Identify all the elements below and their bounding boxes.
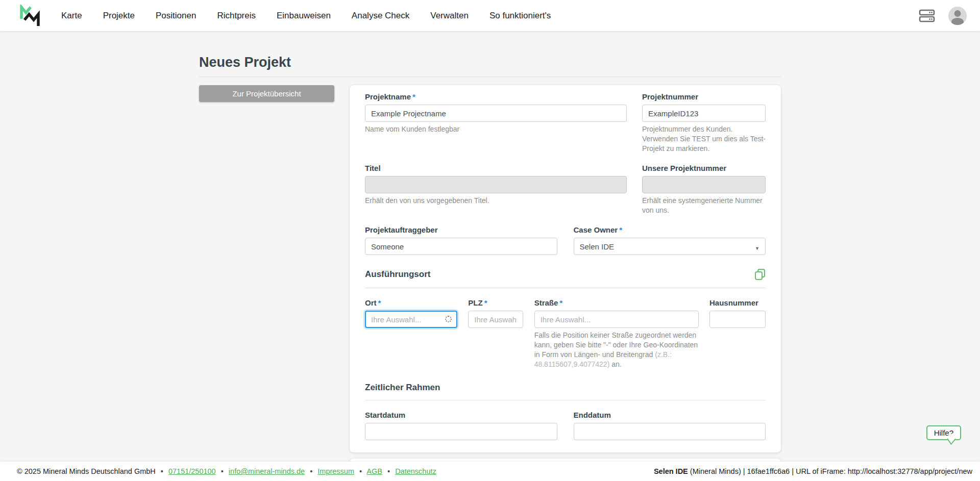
ausfuehrungsort-title: Ausführungsort bbox=[365, 269, 430, 280]
copyright-text: © 2025 Mineral Minds Deutschland GmbH bbox=[17, 467, 156, 475]
strasse-label: Straße* bbox=[534, 298, 699, 308]
page-container: Neues Projekt Zur Projektübersicht Proje… bbox=[199, 31, 781, 462]
field-case-owner: Case Owner* Selen IDE ▼ bbox=[574, 225, 766, 255]
nav-item-einbauweisen[interactable]: Einbauweisen bbox=[277, 11, 331, 21]
nav-item-so-funktionierts[interactable]: So funktioniert's bbox=[489, 11, 551, 21]
unsere-projektnummer-hint: Erhält eine systemgenerierte Nummer von … bbox=[642, 196, 766, 215]
unsere-projektnummer-input bbox=[642, 176, 766, 193]
back-to-project-overview-button[interactable]: Zur Projektübersicht bbox=[199, 85, 334, 102]
footer-separator: • bbox=[221, 467, 224, 475]
ort-input[interactable] bbox=[365, 311, 457, 328]
ort-label: Ort* bbox=[365, 298, 457, 308]
main-navigation: Karte Projekte Positionen Richtpreis Ein… bbox=[61, 11, 551, 21]
mineral-minds-logo[interactable] bbox=[18, 4, 42, 28]
nav-item-projekte[interactable]: Projekte bbox=[103, 11, 135, 21]
zeitlicher-rahmen-divider bbox=[365, 400, 766, 400]
section-ausfuehrungsort: Ausführungsort bbox=[365, 268, 766, 281]
field-startdatum: Startdatum bbox=[365, 411, 557, 440]
ausfuehrungsort-divider bbox=[365, 288, 766, 288]
plz-input[interactable] bbox=[468, 311, 523, 328]
projektauftraggeber-input[interactable] bbox=[365, 238, 557, 255]
copy-icon[interactable] bbox=[754, 268, 766, 281]
projektnummer-input[interactable] bbox=[642, 105, 766, 122]
section-zeitlicher-rahmen: Zeitlicher Rahmen bbox=[365, 383, 766, 393]
projektnummer-label: Projektnummer bbox=[642, 92, 766, 102]
footer-link-phone[interactable]: 07151/250100 bbox=[168, 467, 216, 475]
titel-label: Titel bbox=[365, 164, 627, 173]
field-titel: Titel Erhält den von uns vorgegebenen Ti… bbox=[365, 164, 627, 215]
titel-hint: Erhält den von uns vorgegebenen Titel. bbox=[365, 196, 627, 206]
required-asterisk: * bbox=[559, 298, 562, 307]
main-area: Neues Projekt Zur Projektübersicht Proje… bbox=[0, 31, 980, 462]
field-strasse: Straße* Falls die Position keiner Straße… bbox=[534, 298, 699, 369]
top-navbar: Karte Projekte Positionen Richtpreis Ein… bbox=[0, 0, 980, 31]
app-root: Karte Projekte Positionen Richtpreis Ein… bbox=[0, 0, 980, 481]
case-owner-label: Case Owner* bbox=[574, 225, 766, 235]
hausnummer-input[interactable] bbox=[709, 311, 766, 328]
case-owner-select[interactable]: Selen IDE ▼ bbox=[574, 238, 766, 255]
nav-item-richtpreis[interactable]: Richtpreis bbox=[217, 11, 256, 21]
field-plz: PLZ* bbox=[468, 298, 523, 369]
row-name-number: Projektname* Name vom Kunden festlegbar … bbox=[365, 92, 766, 154]
field-enddatum: Enddatum bbox=[574, 411, 766, 440]
enddatum-input[interactable] bbox=[574, 423, 766, 440]
case-owner-selected-value[interactable]: Selen IDE bbox=[574, 238, 766, 255]
row-address: Ort* PLZ* bbox=[365, 298, 766, 369]
field-projektname: Projektname* Name vom Kunden festlegbar bbox=[365, 92, 627, 154]
field-unsere-projektnummer: Unsere Projektnummer Erhält eine systemg… bbox=[642, 164, 766, 215]
footer-left: © 2025 Mineral Minds Deutschland GmbH • … bbox=[17, 467, 436, 475]
projektauftraggeber-label: Projektauftraggeber bbox=[365, 225, 557, 235]
footer-link-agb[interactable]: AGB bbox=[366, 467, 382, 475]
row-dates: Startdatum Enddatum bbox=[365, 411, 766, 440]
footer-link-email[interactable]: info@mineral-minds.de bbox=[229, 467, 305, 475]
field-hausnummer: Hausnummer bbox=[709, 298, 766, 369]
projektname-hint: Name vom Kunden festlegbar bbox=[365, 124, 627, 134]
titel-input bbox=[365, 176, 627, 193]
loading-spinner-icon bbox=[445, 316, 452, 322]
projektnummer-hint: Projektnummer des Kunden. Verwenden Sie … bbox=[642, 124, 766, 154]
footer-separator: • bbox=[387, 467, 390, 475]
required-asterisk: * bbox=[412, 92, 415, 101]
ort-label-text: Ort bbox=[365, 298, 377, 307]
logo-icon bbox=[18, 5, 41, 27]
footer-session-info: Selen IDE (Mineral Minds) | 16fae1ffc6a6… bbox=[654, 467, 972, 475]
startdatum-input[interactable] bbox=[365, 423, 557, 440]
field-projektauftraggeber: Projektauftraggeber bbox=[365, 225, 557, 255]
enddatum-label: Enddatum bbox=[574, 411, 766, 420]
projektname-input[interactable] bbox=[365, 105, 627, 122]
footer-link-impressum[interactable]: Impressum bbox=[317, 467, 354, 475]
user-avatar-icon[interactable] bbox=[948, 7, 967, 25]
footer-link-datenschutz[interactable]: Datenschutz bbox=[395, 467, 436, 475]
projektname-label-text: Projektname bbox=[365, 92, 411, 101]
row-auftraggeber-owner: Projektauftraggeber Case Owner* Selen ID… bbox=[365, 225, 766, 255]
avatar-shoulders bbox=[951, 18, 964, 25]
title-divider bbox=[199, 77, 781, 77]
footer-user-name: Selen IDE bbox=[654, 467, 688, 475]
footer-separator: • bbox=[359, 467, 362, 475]
nav-item-positionen[interactable]: Positionen bbox=[156, 11, 196, 21]
plz-label: PLZ* bbox=[468, 298, 523, 308]
projektname-label: Projektname* bbox=[365, 92, 627, 102]
project-form-card: Projektname* Name vom Kunden festlegbar … bbox=[350, 85, 781, 452]
page-footer: © 2025 Mineral Minds Deutschland GmbH • … bbox=[0, 462, 980, 481]
footer-separator: • bbox=[310, 467, 312, 475]
server-icon[interactable] bbox=[919, 9, 935, 22]
avatar-head bbox=[954, 10, 961, 17]
nav-item-karte[interactable]: Karte bbox=[61, 11, 82, 21]
strasse-input[interactable] bbox=[534, 311, 699, 328]
strasse-label-text: Straße bbox=[534, 298, 558, 307]
ort-input-wrap bbox=[365, 308, 457, 328]
strasse-hint-main: Falls die Position keiner Straße zugeord… bbox=[534, 331, 698, 359]
nav-item-analyse-check[interactable]: Analyse Check bbox=[352, 11, 409, 21]
startdatum-label: Startdatum bbox=[365, 411, 557, 420]
strasse-hint: Falls die Position keiner Straße zugeord… bbox=[534, 331, 699, 369]
field-projektnummer: Projektnummer Projektnummer des Kunden. … bbox=[642, 92, 766, 154]
help-button[interactable]: Hilfe? bbox=[926, 425, 961, 440]
row-titel-unsere-nummer: Titel Erhält den von uns vorgegebenen Ti… bbox=[365, 164, 766, 215]
content-row: Zur Projektübersicht Projektname* Name v… bbox=[199, 85, 781, 452]
nav-item-verwalten[interactable]: Verwalten bbox=[430, 11, 469, 21]
left-column: Zur Projektübersicht bbox=[199, 85, 334, 102]
required-asterisk: * bbox=[619, 225, 622, 234]
required-asterisk: * bbox=[378, 298, 381, 307]
plz-label-text: PLZ bbox=[468, 298, 482, 307]
